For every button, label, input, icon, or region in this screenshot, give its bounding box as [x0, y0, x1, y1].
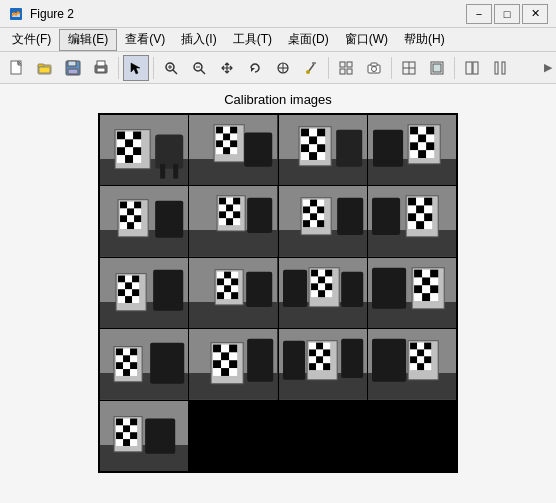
calib-image-1: [100, 115, 188, 185]
brush-tool[interactable]: [298, 55, 324, 81]
svg-rect-200: [224, 285, 231, 292]
new-button[interactable]: [4, 55, 30, 81]
svg-rect-47: [117, 132, 125, 140]
svg-rect-99: [426, 127, 434, 135]
svg-rect-58: [133, 155, 141, 163]
svg-rect-124: [134, 223, 141, 230]
menu-tools[interactable]: 工具(T): [225, 29, 280, 51]
svg-rect-139: [226, 219, 233, 226]
svg-rect-282: [323, 357, 330, 364]
svg-rect-182: [132, 282, 139, 289]
svg-rect-92: [317, 152, 325, 160]
colorbar-tool[interactable]: [487, 55, 513, 81]
open-button[interactable]: [32, 55, 58, 81]
svg-rect-136: [226, 212, 233, 219]
menu-insert[interactable]: 插入(I): [173, 29, 224, 51]
svg-rect-243: [123, 349, 130, 356]
svg-rect-264: [213, 360, 221, 368]
svg-rect-314: [123, 432, 130, 439]
svg-rect-169: [424, 214, 432, 222]
rotate-tool[interactable]: [242, 55, 268, 81]
print-button[interactable]: [88, 55, 114, 81]
svg-rect-210: [318, 270, 325, 277]
menu-desktop[interactable]: 桌面(D): [280, 29, 337, 51]
svg-rect-217: [325, 283, 332, 290]
svg-rect-41: [473, 62, 478, 74]
svg-rect-121: [134, 216, 141, 223]
svg-rect-274: [309, 343, 316, 350]
svg-rect-202: [217, 292, 224, 299]
svg-rect-61: [173, 164, 178, 179]
svg-rect-84: [301, 137, 309, 145]
svg-rect-162: [416, 198, 424, 206]
svg-rect-115: [134, 202, 141, 209]
menu-help[interactable]: 帮助(H): [396, 29, 453, 51]
svg-rect-55: [133, 147, 141, 155]
svg-rect-307: [116, 418, 123, 425]
zoom-out-tool[interactable]: [186, 55, 212, 81]
svg-rect-251: [116, 369, 123, 376]
svg-rect-177: [118, 275, 125, 282]
svg-rect-292: [417, 343, 424, 350]
link-axes-tool[interactable]: [333, 55, 359, 81]
menu-view[interactable]: 查看(V): [117, 29, 173, 51]
svg-rect-170: [408, 222, 416, 230]
camera-tool[interactable]: [361, 55, 387, 81]
menu-window[interactable]: 窗口(W): [337, 29, 396, 51]
svg-rect-309: [130, 418, 137, 425]
save-button[interactable]: [60, 55, 86, 81]
svg-rect-237: [430, 293, 438, 301]
svg-rect-116: [120, 209, 127, 216]
svg-rect-118: [134, 209, 141, 216]
svg-rect-173: [372, 198, 400, 235]
calibration-image-grid: [98, 113, 458, 473]
svg-rect-194: [224, 271, 231, 278]
calib-image-16: [368, 329, 456, 399]
svg-rect-183: [118, 289, 125, 296]
figure-area: Calibration images: [0, 84, 556, 503]
svg-rect-259: [221, 345, 229, 353]
subplot-tool-2[interactable]: [424, 55, 450, 81]
menu-file[interactable]: 文件(F): [4, 29, 59, 51]
cursor-tool[interactable]: [123, 55, 149, 81]
separator-2: [153, 57, 154, 79]
window-title: Figure 2: [30, 7, 466, 21]
svg-rect-228: [430, 270, 438, 278]
minimize-button[interactable]: −: [466, 4, 492, 24]
svg-rect-300: [410, 363, 417, 370]
empty-cell-2: [279, 401, 367, 471]
svg-rect-226: [414, 270, 422, 278]
svg-rect-267: [213, 368, 221, 376]
pan-tool[interactable]: [214, 55, 240, 81]
svg-rect-161: [408, 198, 416, 206]
data-cursor-tool[interactable]: [270, 55, 296, 81]
svg-rect-284: [316, 363, 323, 370]
svg-rect-301: [417, 363, 424, 370]
calib-image-4: [368, 115, 456, 185]
svg-rect-135: [219, 212, 226, 219]
svg-rect-50: [117, 139, 125, 147]
svg-rect-167: [408, 214, 416, 222]
svg-rect-140: [233, 219, 240, 226]
svg-rect-157: [337, 198, 363, 235]
svg-rect-148: [303, 207, 310, 214]
svg-rect-252: [123, 369, 130, 376]
svg-rect-229: [414, 277, 422, 285]
svg-rect-163: [424, 198, 432, 206]
close-button[interactable]: ✕: [522, 4, 548, 24]
svg-rect-246: [123, 356, 130, 363]
svg-rect-28: [340, 62, 345, 67]
maximize-button[interactable]: □: [494, 4, 520, 24]
subplot-tool-1[interactable]: [396, 55, 422, 81]
svg-rect-147: [317, 200, 324, 207]
svg-rect-230: [422, 277, 430, 285]
svg-rect-132: [219, 205, 226, 212]
menu-edit[interactable]: 编辑(E): [59, 29, 117, 51]
svg-rect-294: [410, 350, 417, 357]
zoom-in-tool[interactable]: [158, 55, 184, 81]
svg-rect-178: [125, 275, 132, 282]
legend-tool[interactable]: [459, 55, 485, 81]
svg-rect-54: [125, 147, 133, 155]
menu-bar: 文件(F) 编辑(E) 查看(V) 插入(I) 工具(T) 桌面(D) 窗口(W…: [0, 28, 556, 52]
svg-marker-13: [131, 63, 140, 74]
